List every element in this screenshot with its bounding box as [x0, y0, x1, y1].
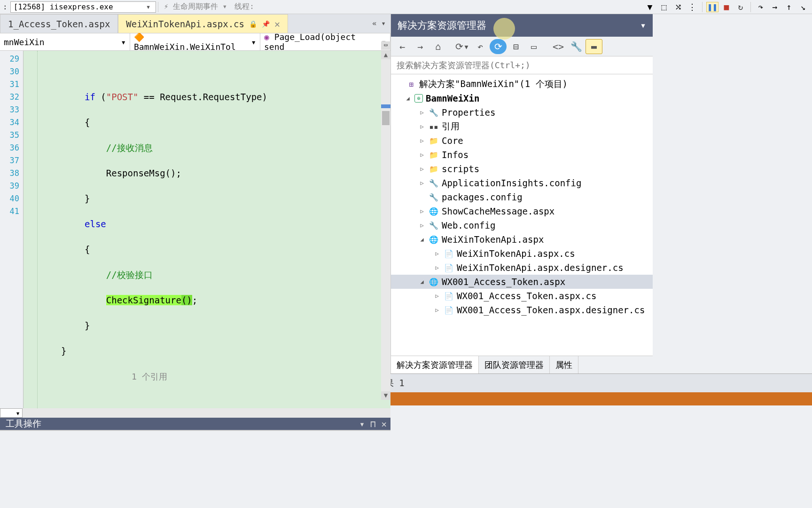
tools-panel-header: 工具操作 ▾ ⊓ ✕: [0, 418, 390, 430]
document-tabs: 1_Access_Token.aspx WeiXinTokenApi.aspx.…: [0, 14, 390, 33]
filter-icon[interactable]: ▼: [644, 2, 656, 12]
lock-icon: 🔒: [249, 20, 257, 28]
editor-column: 1_Access_Token.aspx WeiXinTokenApi.aspx.…: [0, 14, 391, 373]
step-into-icon[interactable]: ↷: [755, 2, 767, 12]
pause-icon[interactable]: ❚❚: [706, 2, 718, 12]
process-label: :: [0, 2, 10, 11]
properties-icon[interactable]: 🔧: [568, 39, 585, 54]
dropdown-icon[interactable]: ▾: [640, 20, 646, 31]
show-all-icon[interactable]: ▭: [525, 39, 542, 54]
tree-item[interactable]: ▷📄WX001_Access_Token.aspx.cs: [391, 289, 653, 303]
preview-icon[interactable]: ▬: [586, 39, 602, 54]
tab-properties[interactable]: 属性: [550, 356, 578, 373]
solution-explorer: 解决方案资源管理器 ▾ ← → ⌂ ⟳▾ ↶ ⟳ ⊟ ▭ <> 🔧 ▬ ⊞解决方…: [391, 14, 653, 373]
solution-bottom-tabs: 解决方案资源管理器 团队资源管理器 属性: [391, 356, 653, 373]
tab-label: WeiXinTokenApi.aspx.cs: [126, 19, 244, 29]
navigation-bar: mnWeiXin▾ 🔶 BamnWeiXin.WeiXinTol▾ ◉ Page…: [0, 33, 390, 51]
horizontal-scrollbar[interactable]: ▾: [0, 408, 390, 418]
solution-root[interactable]: ⊞解决方案"BamnWeiXin"(1 个项目): [391, 77, 653, 91]
zoom-combo[interactable]: ▾: [0, 408, 23, 418]
namespace-combo[interactable]: mnWeiXin▾: [0, 33, 130, 50]
tree-item[interactable]: ▷📄WeiXinTokenApi.aspx.cs: [391, 246, 653, 261]
project-node[interactable]: ◢⊕BamnWeiXin: [391, 91, 653, 105]
code-content[interactable]: if ("POST" == Request.RequestType) { //接…: [38, 51, 390, 408]
tree-item[interactable]: ▷🔧ApplicationInsights.config: [391, 176, 653, 190]
process-combo[interactable]: [12568] iisexpress.exe ▾: [10, 1, 156, 13]
class-label: BamnWeiXin.WeiXinTol: [134, 42, 236, 52]
step-icon[interactable]: ↘: [797, 2, 809, 12]
tree-item[interactable]: ▷📁Core: [391, 134, 653, 148]
tree-item[interactable]: ▷🌐ShowCacheMessage.aspx: [391, 204, 653, 218]
refresh-icon[interactable]: ↶: [472, 39, 489, 54]
scroll-thumb[interactable]: [382, 111, 390, 125]
home-icon[interactable]: ⌂: [429, 39, 446, 54]
dropdown-icon[interactable]: ▾: [359, 419, 365, 429]
vertical-scrollbar[interactable]: ▭ ▲ ▼: [381, 51, 390, 400]
pin-icon[interactable]: ⊓: [370, 419, 375, 429]
debug-icon-group: ▼ ⬚ ⤭ ⋮ ❚❚ ■ ↻ ↷ → ↑ ↘: [644, 2, 812, 12]
tree-item[interactable]: 🔧packages.config: [391, 190, 653, 204]
code-editor[interactable]: 293031 323334 353637 383940 41 if ("POST…: [0, 51, 390, 408]
tree-item[interactable]: ▷📄WeiXinTokenApi.aspx.designer.cs: [391, 261, 653, 275]
scroll-down-icon[interactable]: ▼: [381, 391, 390, 400]
tree-item[interactable]: ◢🌐WX001_Access_Token.aspx: [391, 275, 653, 289]
tree-item[interactable]: ▷🔧Properties: [391, 105, 653, 119]
class-combo[interactable]: 🔶 BamnWeiXin.WeiXinTol▾: [130, 33, 260, 50]
collapse-icon[interactable]: ⊟: [508, 39, 524, 54]
watermark-icon: [493, 18, 515, 40]
code-icon[interactable]: <>: [550, 39, 567, 54]
solution-explorer-title: 解决方案资源管理器 ▾: [391, 14, 653, 37]
separator: [702, 2, 703, 12]
restart-icon[interactable]: ↻: [734, 2, 747, 12]
tree-item[interactable]: ▷▪▪引用: [391, 119, 653, 134]
pin-icon[interactable]: 📌: [262, 20, 270, 28]
back-icon[interactable]: ←: [394, 39, 411, 54]
debug-toolbar: : [12568] iisexpress.exe ▾ ⚡ 生命周期事件 ▾ 线程…: [0, 0, 812, 14]
shuffle-icon[interactable]: ⤭: [672, 2, 684, 12]
separator: [158, 2, 158, 12]
solution-toolbar: ← → ⌂ ⟳▾ ↶ ⟳ ⊟ ▭ <> 🔧 ▬: [391, 37, 653, 56]
close-icon[interactable]: ✕: [274, 18, 280, 30]
stop-icon[interactable]: ■: [720, 2, 733, 12]
stack-icon[interactable]: ⬚: [658, 2, 670, 12]
scroll-up-icon[interactable]: ▲: [381, 51, 390, 59]
tree-item[interactable]: ◢🌐WeiXinTokenApi.aspx: [391, 232, 653, 246]
tab-access-token[interactable]: 1_Access_Token.aspx: [0, 14, 118, 33]
tab-team-explorer[interactable]: 团队资源管理器: [479, 356, 550, 373]
method-combo[interactable]: ◉ Page_Load(object send▾: [260, 33, 390, 50]
history-icon[interactable]: ⟳▾: [454, 39, 471, 54]
step-over-icon[interactable]: →: [769, 2, 781, 12]
lifecycle-button[interactable]: ⚡ 生命周期事件 ▾: [160, 2, 231, 12]
sync-icon[interactable]: ⟳: [490, 39, 507, 54]
tree-item[interactable]: ▷📁Infos: [391, 148, 653, 162]
code-margin: [23, 51, 38, 408]
line-gutter: 293031 323334 353637 383940 41: [0, 51, 23, 408]
split-icon[interactable]: ▭: [381, 41, 390, 50]
tree-item[interactable]: ▷🔧Web.config: [391, 218, 653, 232]
chevron-down-icon[interactable]: ▾: [144, 2, 153, 11]
close-icon[interactable]: ✕: [382, 419, 387, 429]
forward-icon[interactable]: →: [412, 39, 429, 54]
namespace-label: mnWeiXin: [4, 37, 45, 47]
method-label: Page_Load(object send: [264, 32, 356, 52]
tree-item[interactable]: ▷📁scripts: [391, 162, 653, 176]
solution-search[interactable]: [391, 56, 653, 74]
thread-label: 线程:: [231, 2, 258, 12]
solution-tree[interactable]: ⊞解决方案"BamnWeiXin"(1 个项目)◢⊕BamnWeiXin▷🔧Pr…: [391, 74, 653, 356]
tab-solution-explorer[interactable]: 解决方案资源管理器: [391, 356, 479, 373]
step-out-icon[interactable]: ↑: [783, 2, 795, 12]
search-input[interactable]: [391, 56, 653, 74]
process-value: [12568] iisexpress.exe: [14, 2, 113, 11]
tab-weixintokenapi[interactable]: WeiXinTokenApi.aspx.cs 🔒 📌 ✕: [118, 14, 288, 33]
tab-overflow[interactable]: « ▾: [372, 19, 386, 28]
separator: [750, 2, 751, 12]
tools-panel-body: [0, 430, 390, 431]
tree-item[interactable]: ▷📄WX001_Access_Token.aspx.designer.cs: [391, 303, 653, 317]
options-icon[interactable]: ⋮: [686, 2, 698, 12]
tools-panel-title: 工具操作: [6, 418, 41, 430]
tab-label: 1_Access_Token.aspx: [8, 19, 110, 29]
